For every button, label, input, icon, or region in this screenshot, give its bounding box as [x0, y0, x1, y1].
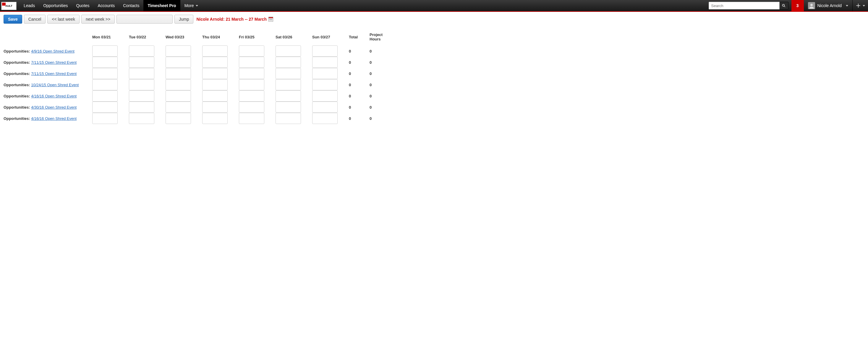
hour-input[interactable] — [202, 57, 228, 68]
opportunity-link[interactable]: 7/11/15 Open Shred Event — [31, 71, 76, 76]
hour-input[interactable] — [165, 68, 191, 79]
hour-input[interactable] — [202, 113, 228, 124]
col-header-day: Tue 03/22 — [129, 27, 165, 45]
row-total: 0 — [349, 57, 370, 68]
search-button[interactable] — [780, 2, 788, 9]
hour-input[interactable] — [165, 90, 191, 102]
hour-input[interactable] — [312, 45, 338, 57]
jump-button[interactable]: Jump — [175, 15, 193, 24]
hour-input[interactable] — [202, 68, 228, 79]
hour-input[interactable] — [129, 57, 154, 68]
hour-input[interactable] — [165, 102, 191, 113]
hour-input[interactable] — [92, 79, 118, 90]
opportunity-link[interactable]: 4/16/16 Open Shred Event — [31, 116, 76, 121]
opportunity-link[interactable]: 10/24/15 Open Shred Event — [31, 83, 79, 87]
hour-input[interactable] — [312, 102, 338, 113]
hour-input[interactable] — [312, 113, 338, 124]
nav-item-timesheet-pro[interactable]: Timesheet Pro — [144, 0, 180, 11]
row-prefix: Opportunities: — [4, 71, 31, 76]
date-jump-input[interactable] — [117, 15, 173, 24]
hour-input[interactable] — [312, 68, 338, 79]
hour-input[interactable] — [276, 79, 301, 90]
hour-input[interactable] — [239, 102, 264, 113]
hour-input[interactable] — [129, 90, 154, 102]
hour-input[interactable] — [312, 79, 338, 90]
hour-input[interactable] — [129, 102, 154, 113]
opportunity-link[interactable]: 7/11/15 Open Shred Event — [31, 60, 76, 65]
hour-cell — [239, 79, 276, 90]
app-logo[interactable]: AULT — [1, 2, 17, 10]
hour-input[interactable] — [312, 57, 338, 68]
hour-input[interactable] — [202, 45, 228, 57]
nav-item-more[interactable]: More — [180, 0, 202, 11]
hour-input[interactable] — [239, 57, 264, 68]
hour-cell — [202, 102, 239, 113]
nav-item-contacts[interactable]: Contacts — [119, 0, 144, 11]
table-header-row: Mon 03/21Tue 03/22Wed 03/23Thu 03/24Fri … — [4, 27, 390, 45]
hour-cell — [202, 45, 239, 57]
nav-item-quotes[interactable]: Quotes — [72, 0, 93, 11]
hour-input[interactable] — [92, 113, 118, 124]
hour-input[interactable] — [239, 90, 264, 102]
next-week-button[interactable]: next week >> — [81, 15, 115, 24]
hour-input[interactable] — [276, 90, 301, 102]
hour-cell — [276, 57, 312, 68]
hour-input[interactable] — [129, 68, 154, 79]
col-header-day: Wed 03/23 — [165, 27, 202, 45]
nav-item-opportunities[interactable]: Opportunities — [39, 0, 72, 11]
hour-input[interactable] — [92, 68, 118, 79]
chevron-down-icon — [863, 5, 865, 6]
notification-badge[interactable]: 3 — [792, 0, 804, 11]
opportunity-link[interactable]: 4/9/16 Open Shred Event — [31, 49, 74, 54]
hour-input[interactable] — [239, 79, 264, 90]
hour-input[interactable] — [165, 113, 191, 124]
hour-cell — [239, 68, 276, 79]
hour-input[interactable] — [276, 102, 301, 113]
hour-input[interactable] — [276, 68, 301, 79]
hour-input[interactable] — [276, 113, 301, 124]
hour-input[interactable] — [92, 57, 118, 68]
hour-input[interactable] — [165, 79, 191, 90]
hour-input[interactable] — [202, 102, 228, 113]
hour-cell — [276, 102, 312, 113]
hour-cell — [92, 90, 129, 102]
user-menu[interactable]: Nicole Arnold — [804, 0, 852, 11]
table-row: Opportunities: 7/11/15 Open Shred Event0… — [4, 57, 390, 68]
row-project-hours: 0 — [370, 90, 390, 102]
opportunity-link[interactable]: 4/16/16 Open Shred Event — [31, 94, 76, 98]
nav-item-leads[interactable]: Leads — [20, 0, 39, 11]
col-header-day: Fri 03/25 — [239, 27, 276, 45]
hour-input[interactable] — [92, 90, 118, 102]
hour-input[interactable] — [312, 90, 338, 102]
hour-input[interactable] — [239, 113, 264, 124]
plus-icon — [856, 3, 861, 8]
hour-cell — [92, 45, 129, 57]
toolbar: Save Cancel << last week next week >> Ju… — [0, 12, 868, 26]
hour-input[interactable] — [202, 79, 228, 90]
hour-input[interactable] — [239, 68, 264, 79]
hour-input[interactable] — [129, 45, 154, 57]
hour-input[interactable] — [276, 45, 301, 57]
save-button[interactable]: Save — [4, 15, 22, 24]
nav-item-accounts[interactable]: Accounts — [94, 0, 119, 11]
hour-input[interactable] — [165, 45, 191, 57]
cancel-button[interactable]: Cancel — [24, 15, 46, 24]
row-label-cell: Opportunities: 7/11/15 Open Shred Event — [4, 57, 92, 68]
hour-input[interactable] — [165, 57, 191, 68]
hour-input[interactable] — [276, 57, 301, 68]
quick-create-menu[interactable] — [852, 0, 868, 11]
hour-input[interactable] — [92, 45, 118, 57]
person-icon — [809, 3, 814, 9]
search-input[interactable] — [709, 2, 780, 9]
hour-input[interactable] — [129, 79, 154, 90]
hour-cell — [239, 90, 276, 102]
hour-input[interactable] — [92, 102, 118, 113]
calendar-icon[interactable] — [269, 17, 273, 22]
top-nav: AULT LeadsOpportunitiesQuotesAccountsCon… — [0, 0, 868, 12]
col-header-day: Mon 03/21 — [92, 27, 129, 45]
hour-input[interactable] — [129, 113, 154, 124]
hour-input[interactable] — [239, 45, 264, 57]
hour-input[interactable] — [202, 90, 228, 102]
opportunity-link[interactable]: 4/30/16 Open Shred Event — [31, 105, 76, 109]
prev-week-button[interactable]: << last week — [47, 15, 80, 24]
